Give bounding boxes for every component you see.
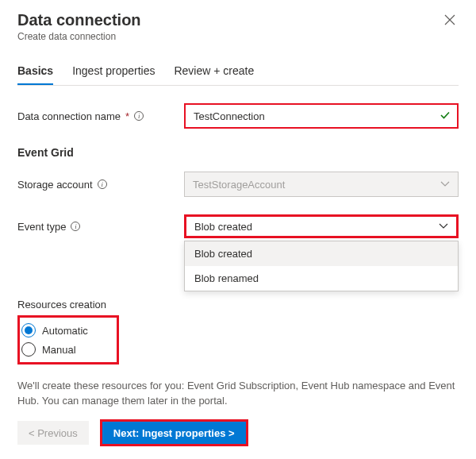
storage-label: Storage account — [17, 179, 93, 191]
check-icon — [440, 110, 451, 123]
page-subtitle: Create data connection — [17, 31, 141, 42]
required-asterisk: * — [125, 110, 129, 122]
previous-button[interactable]: < Previous — [17, 421, 89, 445]
tab-bar: Basics Ingest properties Review + create — [17, 60, 459, 85]
name-label: Data connection name — [17, 110, 121, 122]
next-button[interactable]: Next: Ingest properties > — [102, 422, 246, 444]
radio-automatic[interactable]: Automatic — [21, 321, 112, 340]
info-icon[interactable]: i — [134, 111, 144, 121]
footer: < Previous Next: Ingest properties > — [0, 411, 476, 459]
event-type-select[interactable]: Blob created — [184, 214, 459, 238]
tab-review-create[interactable]: Review + create — [174, 60, 254, 85]
event-type-value: Blob created — [194, 221, 252, 233]
radio-label: Automatic — [42, 325, 88, 337]
name-input[interactable]: TestConnection — [184, 103, 459, 129]
helper-text: We'll create these resources for you: Ev… — [17, 379, 459, 409]
resources-radio-group: Automatic Manual — [17, 315, 119, 364]
page-title: Data connection — [17, 11, 141, 29]
radio-label: Manual — [42, 344, 76, 356]
event-type-dropdown: Blob created Blob renamed — [184, 241, 459, 291]
radio-manual[interactable]: Manual — [21, 340, 112, 359]
storage-value: TestStorageAccount — [193, 179, 285, 191]
info-icon[interactable]: i — [98, 179, 107, 189]
chevron-down-icon — [440, 181, 450, 187]
tab-basics[interactable]: Basics — [17, 60, 53, 85]
close-icon[interactable] — [441, 11, 459, 31]
radio-icon — [21, 342, 36, 357]
dropdown-option-blob-renamed[interactable]: Blob renamed — [185, 266, 458, 291]
storage-select[interactable]: TestStorageAccount — [184, 172, 459, 197]
chevron-down-icon — [439, 223, 448, 230]
dropdown-option-blob-created[interactable]: Blob created — [185, 241, 458, 266]
name-input-value: TestConnection — [194, 110, 265, 122]
event-type-label: Event type — [17, 221, 66, 233]
tab-ingest-properties[interactable]: Ingest properties — [72, 60, 155, 85]
radio-icon — [21, 323, 36, 338]
event-grid-heading: Event Grid — [17, 146, 459, 159]
resources-label: Resources creation — [17, 299, 459, 310]
info-icon[interactable]: i — [71, 222, 80, 231]
